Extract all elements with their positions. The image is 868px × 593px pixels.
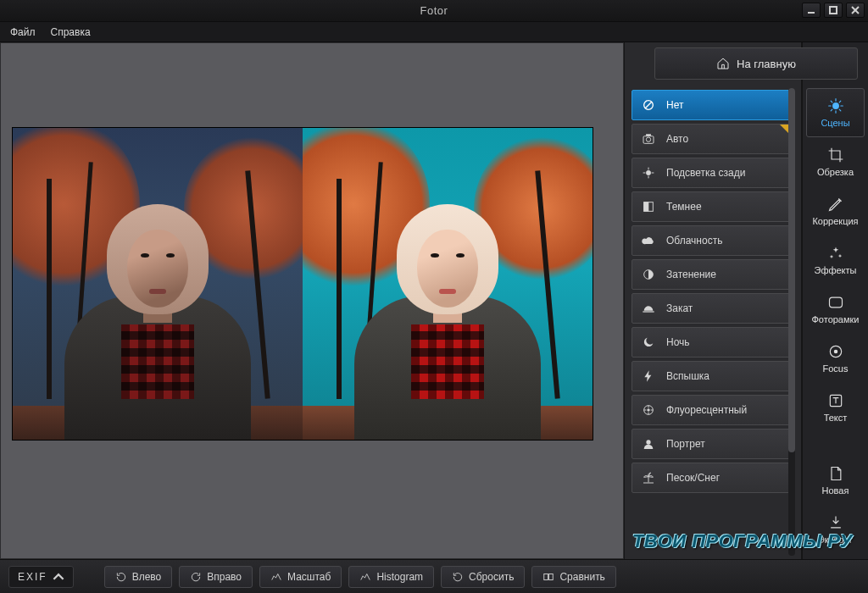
- compare-button[interactable]: Сравнить: [531, 566, 615, 588]
- scene-panel: НетАвтоПодсветка сзадиТемнееОблачностьЗа…: [624, 42, 802, 559]
- cloud-icon: [639, 233, 658, 248]
- scene-item-label: Облачность: [666, 235, 722, 247]
- canvas-area[interactable]: [0, 42, 624, 559]
- pencil-icon: [827, 196, 844, 213]
- tool-export[interactable]: Экспорт: [806, 505, 865, 554]
- tool-export-label: Экспорт: [818, 535, 853, 545]
- scene-item-label: Нет: [666, 99, 683, 111]
- svg-line-34: [831, 109, 832, 111]
- tool-effects[interactable]: Эффекты: [806, 236, 865, 285]
- frame-icon: [827, 294, 844, 311]
- tool-crop[interactable]: Обрезка: [806, 137, 865, 186]
- palm-icon: [639, 470, 658, 485]
- shade-icon: [639, 267, 658, 282]
- tool-focus[interactable]: Focus: [806, 334, 865, 383]
- scene-item-flash[interactable]: Вспышка: [632, 361, 794, 391]
- svg-rect-35: [829, 297, 842, 308]
- menu-file[interactable]: Файл: [10, 26, 36, 38]
- maximize-button[interactable]: [824, 3, 843, 18]
- file-icon: [827, 465, 844, 482]
- exif-button[interactable]: EXIF: [8, 566, 74, 588]
- fluor-icon: [639, 402, 658, 418]
- zoom-button[interactable]: Масштаб: [259, 566, 342, 588]
- histogram-button[interactable]: Histogram: [348, 566, 434, 588]
- scene-item-fluor[interactable]: Флуоресцентный: [632, 395, 794, 425]
- svg-rect-8: [646, 135, 650, 136]
- exif-label: EXIF: [18, 571, 47, 583]
- toolstrip: Сцены Обрезка Коррекция Эффекты Фоторамк…: [802, 42, 868, 559]
- sparkles-icon: [827, 245, 844, 262]
- minimize-button[interactable]: [802, 3, 821, 18]
- scene-item-shade[interactable]: Затенение: [632, 259, 794, 290]
- tool-text[interactable]: Текст: [806, 383, 865, 432]
- histogram-label: Histogram: [376, 571, 423, 583]
- close-button[interactable]: [846, 3, 865, 18]
- menu-help[interactable]: Справка: [51, 26, 91, 38]
- scene-item-label: Темнее: [666, 201, 702, 213]
- scene-item-sandsnow[interactable]: Песок/Снег: [632, 463, 794, 493]
- svg-point-19: [648, 409, 650, 412]
- scene-item-label: Авто: [666, 133, 688, 145]
- scene-item-portrait[interactable]: Портрет: [632, 429, 794, 459]
- scene-item-label: Портрет: [666, 438, 705, 450]
- tool-effects-label: Эффекты: [814, 265, 856, 275]
- scene-item-auto[interactable]: Авто: [632, 124, 794, 154]
- flash-icon: [639, 369, 658, 384]
- bottombar: EXIF Влево Вправо Масштаб Histogram Сбро…: [0, 559, 868, 593]
- scene-item-night[interactable]: Ночь: [632, 327, 794, 357]
- image-original: [13, 128, 303, 440]
- tool-frames-label: Фоторамки: [811, 314, 859, 324]
- svg-line-32: [839, 109, 841, 111]
- svg-line-31: [831, 101, 832, 103]
- tool-frames[interactable]: Фоторамки: [806, 285, 865, 334]
- reset-button[interactable]: Сбросить: [441, 566, 525, 588]
- home-bar: На главную: [654, 47, 858, 80]
- scene-scrollbar[interactable]: [788, 88, 795, 556]
- crop-icon: [827, 147, 844, 163]
- scene-item-backlit[interactable]: Подсветка сзади: [632, 158, 794, 188]
- tool-new-label: Новая: [822, 485, 849, 496]
- menubar: Файл Справка: [0, 22, 868, 42]
- scene-scrollbar-thumb[interactable]: [788, 88, 795, 452]
- text-icon: [827, 392, 844, 409]
- svg-point-24: [646, 440, 650, 444]
- camera-icon: [639, 131, 658, 147]
- image-edited: [303, 128, 593, 440]
- histogram-icon: [270, 571, 282, 583]
- tool-focus-label: Focus: [823, 363, 849, 374]
- chart-icon: [359, 571, 371, 583]
- rotate-right-label: Вправо: [207, 571, 242, 583]
- compare-icon: [542, 571, 554, 583]
- tool-adjust[interactable]: Коррекция: [806, 186, 865, 236]
- rotate-left-button[interactable]: Влево: [104, 566, 173, 588]
- tool-adjust-label: Коррекция: [812, 216, 858, 226]
- tool-crop-label: Обрезка: [817, 167, 854, 177]
- svg-rect-39: [544, 574, 548, 579]
- scene-item-label: Ночь: [666, 336, 690, 348]
- scene-item-sunset[interactable]: Закат: [632, 293, 794, 324]
- refresh-icon: [452, 571, 464, 583]
- portrait-icon: [639, 436, 658, 452]
- scene-item-label: Песок/Снег: [666, 472, 720, 484]
- export-icon: [827, 514, 844, 531]
- compare-label: Сравнить: [559, 571, 604, 583]
- image-compare: [13, 128, 593, 440]
- scene-item-cloudy[interactable]: Облачность: [632, 225, 794, 256]
- scene-item-label: Флуоресцентный: [666, 404, 747, 416]
- svg-line-33: [839, 101, 841, 103]
- rotate-right-button[interactable]: Вправо: [179, 566, 253, 588]
- sun-icon: [827, 97, 844, 114]
- tool-new[interactable]: Новая: [806, 456, 865, 505]
- svg-point-7: [646, 137, 650, 141]
- scene-item-label: Подсветка сзади: [666, 167, 745, 179]
- scene-item-darken[interactable]: Темнее: [632, 191, 794, 222]
- tool-scenes[interactable]: Сцены: [806, 88, 865, 137]
- scene-item-label: Затенение: [666, 269, 716, 280]
- home-button[interactable]: На главную: [654, 47, 858, 80]
- rotate-left-label: Влево: [132, 571, 162, 583]
- scene-item-none[interactable]: Нет: [632, 90, 794, 120]
- home-icon: [716, 57, 730, 70]
- zoom-label: Масштаб: [287, 571, 331, 583]
- svg-point-9: [646, 170, 650, 175]
- chevron-up-icon: [53, 571, 64, 583]
